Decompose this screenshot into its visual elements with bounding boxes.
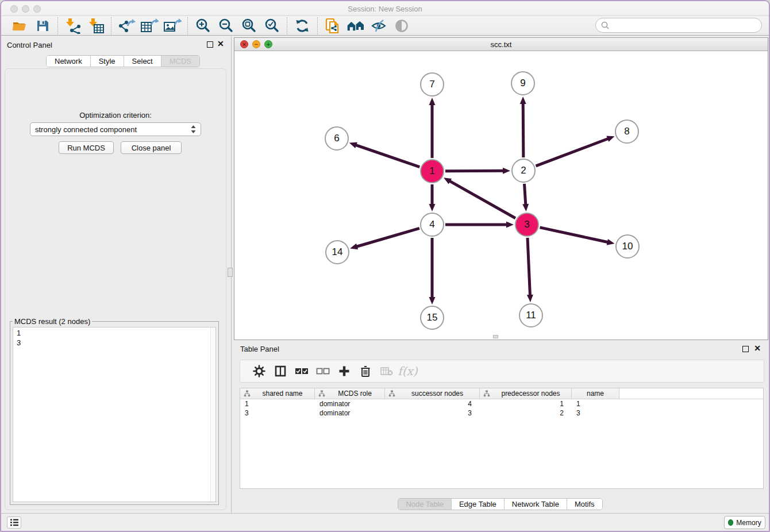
task-history-button[interactable] — [7, 516, 21, 529]
run-mcds-button[interactable]: Run MCDS — [59, 141, 114, 154]
search-field[interactable] — [595, 18, 762, 33]
status-bar: Memory — [1, 513, 769, 531]
optimization-criterion-label: Optimization criterion: — [5, 111, 226, 119]
node-table: shared nameMCDS rolesuccessor nodesprede… — [240, 388, 764, 489]
graph-node-9[interactable]: 9 — [511, 71, 535, 95]
graph-node-3[interactable]: 3 — [515, 213, 539, 237]
import-network-icon[interactable] — [61, 17, 84, 35]
cell-shared-name: 3 — [240, 408, 315, 418]
main-toolbar — [1, 16, 769, 36]
close-panel-icon[interactable]: ✕ — [217, 40, 224, 48]
graph-node-10[interactable]: 10 — [615, 234, 640, 259]
show-columns-icon[interactable] — [270, 361, 291, 381]
mcds-result-title: MCDS result (2 nodes) — [13, 317, 92, 326]
table-row[interactable]: 3dominator323 — [240, 408, 763, 418]
close-panel-button[interactable]: Close panel — [121, 141, 182, 154]
add-column-plus-icon[interactable] — [333, 361, 355, 381]
graph-edge-2-9[interactable] — [520, 97, 526, 157]
refresh-layout-icon[interactable] — [291, 17, 314, 35]
control-panel-tabs: NetworkStyleSelectMCDS — [46, 55, 200, 67]
mcds-result-group: MCDS result (2 nodes) 1 3 — [10, 317, 219, 505]
table-body: 1dominator4113dominator323 — [240, 399, 763, 418]
select-all-icon[interactable] — [291, 361, 312, 381]
zoom-in-icon[interactable] — [191, 17, 214, 35]
export-image-icon[interactable] — [161, 17, 184, 35]
mcds-result-text[interactable]: 1 3 — [13, 327, 216, 502]
column-header-successor-nodes[interactable]: successor nodes — [385, 388, 480, 399]
save-session-icon[interactable] — [31, 17, 54, 35]
cell-name: 3 — [572, 408, 619, 418]
canvas-scroll-grip[interactable] — [493, 335, 498, 338]
export-network-icon[interactable] — [115, 17, 138, 35]
close-table-panel-icon[interactable]: ✕ — [754, 344, 761, 352]
graph-node-1[interactable]: 1 — [420, 159, 444, 183]
graph-edge-1-2[interactable] — [445, 168, 510, 174]
graph-node-7[interactable]: 7 — [420, 72, 444, 97]
graph-node-8[interactable]: 8 — [615, 119, 639, 144]
clone-network-icon[interactable] — [321, 17, 344, 35]
graph-edge-2-8[interactable] — [536, 136, 615, 166]
graph-edge-1-4[interactable] — [429, 184, 436, 211]
first-neighbors-icon[interactable] — [344, 17, 367, 35]
delete-selected-trash-icon[interactable] — [355, 361, 376, 381]
splitter-grip[interactable] — [228, 268, 233, 277]
column-header-MCDS-role[interactable]: MCDS role — [315, 388, 385, 399]
float-panel-icon[interactable] — [207, 41, 213, 48]
graph-node-11[interactable]: 11 — [519, 303, 543, 327]
graph-edge-1-7[interactable] — [429, 98, 436, 158]
graph-edge-3-10[interactable] — [540, 228, 614, 245]
cell-predecessor-nodes: 2 — [480, 408, 572, 418]
tab-mcds[interactable]: MCDS — [161, 56, 199, 67]
table-settings-gear-icon[interactable] — [248, 361, 270, 381]
cell-shared-name: 1 — [240, 399, 315, 408]
tab-node-table[interactable]: Node Table — [398, 499, 452, 510]
graph-node-6[interactable]: 6 — [325, 126, 349, 151]
tab-network-table[interactable]: Network Table — [505, 499, 567, 510]
float-table-panel-icon[interactable] — [742, 346, 749, 352]
graph-edge-3-1[interactable] — [444, 178, 515, 218]
tab-network[interactable]: Network — [47, 56, 91, 67]
search-input[interactable] — [610, 20, 761, 31]
open-session-icon[interactable] — [8, 17, 31, 35]
import-table-icon[interactable] — [84, 17, 107, 35]
result-scrollbar[interactable] — [210, 327, 215, 502]
graph-edge-4-14[interactable] — [350, 228, 419, 249]
cell-name: 1 — [572, 399, 619, 408]
criterion-dropdown[interactable]: strongly connected component — [30, 122, 201, 136]
mcds-tab-content: Optimization criterion: strongly connect… — [5, 68, 226, 510]
zoom-fit-icon[interactable] — [237, 17, 260, 35]
graph-edge-1-6[interactable] — [349, 142, 419, 167]
delete-table-icon-disabled — [376, 361, 397, 381]
show-all-eye-icon[interactable] — [390, 17, 413, 35]
table-row[interactable]: 1dominator411 — [240, 399, 763, 408]
graph-edge-4-3[interactable] — [445, 222, 514, 228]
network-title: scc.txt — [234, 40, 768, 49]
graph-edge-3-11[interactable] — [527, 238, 533, 302]
toolbar-separator — [187, 17, 188, 34]
tab-motifs[interactable]: Motifs — [567, 499, 602, 510]
graph-edge-2-3[interactable] — [522, 184, 529, 211]
dropdown-stepper-icon — [191, 125, 196, 134]
export-table-icon[interactable] — [138, 17, 161, 35]
table-tabs-bar: Node TableEdge TableNetwork TableMotifs — [232, 498, 769, 510]
graph-node-14[interactable]: 14 — [325, 240, 349, 264]
graph-node-15[interactable]: 15 — [420, 306, 444, 330]
memory-button[interactable]: Memory — [724, 516, 765, 529]
tab-style[interactable]: Style — [91, 56, 124, 67]
column-header-predecessor-nodes[interactable]: predecessor nodes — [480, 388, 572, 399]
graph-node-4[interactable]: 4 — [420, 213, 444, 237]
tab-edge-table[interactable]: Edge Table — [452, 499, 505, 510]
zoom-out-icon[interactable] — [214, 17, 237, 35]
column-type-icon — [388, 390, 395, 397]
column-header-shared-name[interactable]: shared name — [240, 388, 315, 399]
deselect-all-icon[interactable] — [312, 361, 333, 381]
network-canvas[interactable]: 7968124314101511 — [234, 51, 768, 340]
hide-selected-eye-icon[interactable] — [367, 17, 390, 35]
graph-edge-4-15[interactable] — [429, 238, 436, 304]
control-panel-title: Control Panel — [7, 41, 52, 49]
zoom-selected-icon[interactable] — [260, 17, 283, 35]
graph-node-2[interactable]: 2 — [511, 159, 536, 183]
network-view-window: × − + scc.txt 7968124314101511 — [234, 37, 768, 340]
tab-select[interactable]: Select — [124, 56, 161, 67]
column-header-name[interactable]: name — [572, 388, 619, 399]
